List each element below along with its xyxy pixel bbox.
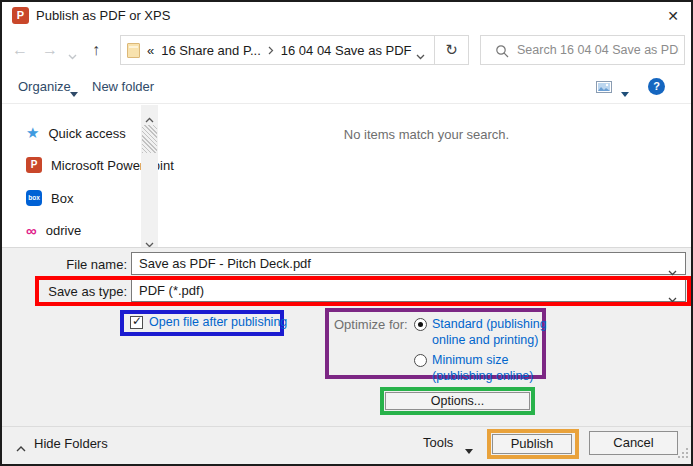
- folder-icon: [127, 43, 140, 58]
- title-bar: P Publish as PDF or XPS ✕: [2, 2, 691, 30]
- radio-standard-label[interactable]: Standard (publishing online and printing…: [432, 316, 560, 348]
- scrollbar-thumb[interactable]: [142, 125, 157, 153]
- refresh-icon[interactable]: ↻: [434, 35, 469, 65]
- organize-button[interactable]: Organize: [18, 70, 71, 103]
- options-group: Options...: [380, 387, 535, 415]
- up-icon[interactable]: ↑: [92, 30, 100, 70]
- radio-standard[interactable]: [414, 318, 427, 331]
- box-icon: box: [26, 190, 42, 206]
- chevron-up-icon[interactable]: [16, 440, 26, 455]
- search-input[interactable]: [517, 37, 679, 63]
- back-icon[interactable]: ←: [12, 30, 28, 70]
- breadcrumb-prefix: «: [147, 43, 154, 58]
- empty-results-message: No items match your search.: [162, 127, 691, 142]
- scroll-up-icon[interactable]: [141, 105, 158, 122]
- tools-dropdown-icon[interactable]: [465, 442, 473, 457]
- hide-folders-button[interactable]: Hide Folders: [34, 436, 108, 451]
- view-mode-icon[interactable]: [596, 81, 612, 96]
- quick-access-star-icon: ★: [26, 124, 39, 142]
- forward-icon[interactable]: →: [42, 30, 58, 70]
- save-as-type-value: PDF (*.pdf): [139, 283, 204, 298]
- resize-grip[interactable]: [678, 446, 688, 461]
- checkmark-icon: ✓: [132, 314, 142, 328]
- command-bar: Organize New folder ?: [2, 70, 691, 104]
- publish-dialog: P Publish as PDF or XPS ✕ ← → ↑ « 16 Sha…: [0, 0, 693, 466]
- save-as-type-label: Save as type:: [2, 284, 127, 299]
- breadcrumb-current[interactable]: 16 04 04 Save as PDF: [281, 43, 412, 58]
- help-icon[interactable]: ?: [648, 78, 665, 95]
- powerpoint-icon: P: [26, 157, 42, 173]
- sidebar-item-quick-access[interactable]: ★ Quick access: [26, 121, 126, 145]
- address-dropdown-chevron-icon[interactable]: [416, 48, 425, 63]
- form-panel: File name: Save as PDF - Pitch Deck.pdf …: [2, 248, 691, 464]
- recent-locations-chevron-icon[interactable]: [68, 48, 77, 63]
- optimize-for-label: Optimize for:: [334, 317, 408, 332]
- breadcrumb-parent[interactable]: 16 Share and P...: [161, 43, 261, 58]
- open-file-checkbox-group[interactable]: ✓ Open file after publishing: [120, 310, 284, 336]
- search-icon: [495, 44, 509, 61]
- open-file-checkbox-label[interactable]: Open file after publishing: [149, 315, 287, 329]
- options-button[interactable]: Options...: [385, 392, 530, 410]
- open-file-checkbox[interactable]: ✓: [130, 316, 143, 329]
- publish-button[interactable]: Publish: [492, 434, 572, 454]
- radio-minimum-size[interactable]: [414, 354, 427, 367]
- tools-button[interactable]: Tools: [423, 435, 453, 450]
- navigation-bar: ← → ↑ « 16 Share and P... 16 04 04 Save …: [2, 30, 691, 70]
- footer-divider: [2, 426, 691, 427]
- sidebar-item-label: Box: [51, 191, 73, 206]
- radio-selected-dot: [418, 322, 423, 327]
- new-folder-button[interactable]: New folder: [92, 70, 154, 103]
- search-box[interactable]: [480, 35, 685, 65]
- save-as-type-combobox[interactable]: PDF (*.pdf): [131, 279, 686, 302]
- breadcrumb-separator-icon: [268, 43, 274, 58]
- scroll-down-icon[interactable]: [141, 230, 158, 247]
- odrive-icon: ∞: [26, 222, 37, 239]
- radio-minimum-size-label[interactable]: Minimum size (publishing online): [432, 352, 550, 384]
- view-mode-chevron-icon[interactable]: [621, 85, 629, 100]
- sidebar-item-label: Quick access: [48, 126, 125, 141]
- publish-highlight-group: Publish: [487, 429, 579, 459]
- file-name-combobox[interactable]: Save as PDF - Pitch Deck.pdf: [131, 252, 686, 275]
- powerpoint-icon: P: [12, 7, 29, 24]
- sidebar-item-box[interactable]: box Box: [26, 186, 73, 210]
- close-icon[interactable]: ✕: [661, 5, 685, 27]
- organize-dropdown-icon[interactable]: [70, 85, 78, 100]
- browse-area: ★ Quick access P Microsoft PowerPoint bo…: [2, 105, 691, 247]
- sidebar-scrollbar[interactable]: [141, 105, 158, 247]
- address-bar[interactable]: « 16 Share and P... 16 04 04 Save as PDF: [120, 35, 435, 65]
- sidebar-item-label: odrive: [46, 223, 81, 238]
- cancel-button[interactable]: Cancel: [589, 431, 678, 455]
- chevron-down-icon[interactable]: [668, 288, 677, 309]
- optimize-group: Optimize for: Standard (publishing onlin…: [325, 308, 546, 379]
- file-name-label: File name:: [2, 257, 127, 272]
- dialog-title: Publish as PDF or XPS: [36, 2, 170, 30]
- file-name-value: Save as PDF - Pitch Deck.pdf: [139, 256, 311, 271]
- sidebar-item-odrive[interactable]: ∞ odrive: [26, 218, 81, 242]
